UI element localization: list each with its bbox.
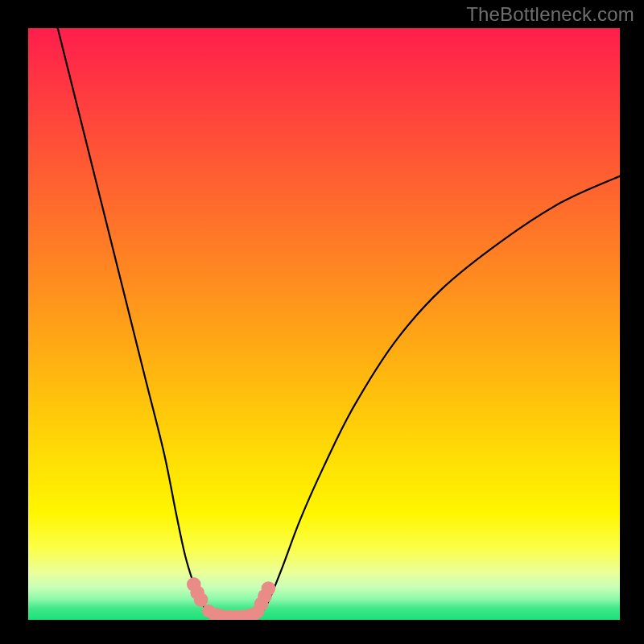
watermark-text: TheBottleneck.com [466,3,634,26]
chart-root: TheBottleneck.com [0,0,644,644]
marker-right-dots [262,581,276,596]
bottleneck-curve [58,28,620,620]
series-left-branch [58,28,217,618]
curve-markers [187,577,275,620]
marker-left-dots [194,592,208,607]
curve-layer [28,28,620,620]
marker-bottom-dots-2 [251,605,264,618]
series-right-branch [253,176,620,618]
marker-bottom-dots-2 [202,605,215,617]
plot-area [28,28,620,620]
